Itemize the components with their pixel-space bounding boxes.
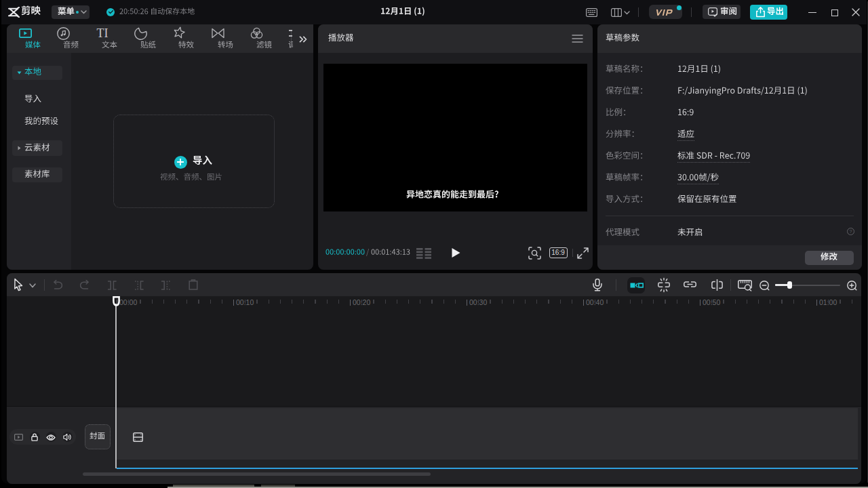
svg-text:?: ? — [850, 229, 852, 234]
